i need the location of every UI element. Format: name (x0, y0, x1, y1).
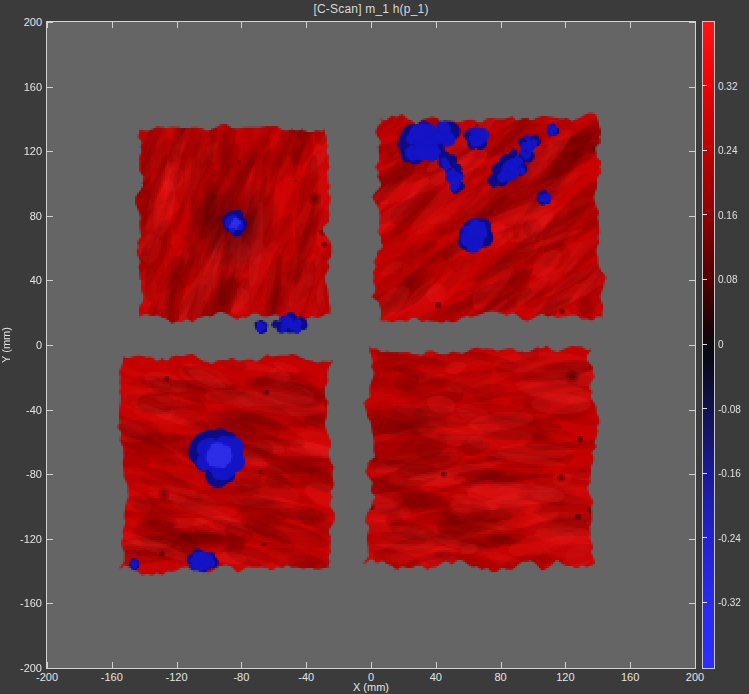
colorbar-tick-label: 0.32 (718, 81, 737, 92)
axis-tick-mark (112, 22, 113, 28)
axis-tick-mark (565, 22, 566, 28)
colorbar (702, 21, 715, 669)
axis-tick-mark (47, 22, 48, 28)
y-axis-label: Y (mm) (0, 315, 12, 375)
axis-tick-mark (630, 662, 631, 668)
colorbar-tick-label: -0.08 (718, 404, 741, 415)
axis-tick-mark (177, 22, 178, 28)
y-tick-label: 200 (2, 16, 42, 28)
axis-tick-mark (47, 668, 53, 669)
axis-tick-mark (689, 539, 695, 540)
colorbar-tick-mark (702, 214, 707, 215)
plot-area (46, 21, 696, 669)
plot-title: [C-Scan] m_1 h(p_1) (47, 2, 695, 18)
axis-tick-mark (689, 87, 695, 88)
c-scan-heatmap-canvas[interactable] (47, 22, 695, 668)
axis-tick-mark (565, 662, 566, 668)
y-tick-label: -200 (2, 662, 42, 674)
colorbar-tick-mark (702, 344, 707, 345)
axis-tick-mark (689, 345, 695, 346)
y-tick-label: -80 (2, 468, 42, 480)
axis-tick-mark (501, 22, 502, 28)
axis-tick-mark (689, 603, 695, 604)
y-tick-label: 40 (2, 274, 42, 286)
axis-tick-mark (689, 280, 695, 281)
colorbar-tick-label: 0.16 (718, 210, 737, 221)
axis-tick-mark (306, 662, 307, 668)
axis-tick-mark (47, 539, 53, 540)
axis-tick-mark (47, 345, 53, 346)
axis-tick-mark (112, 662, 113, 668)
axis-tick-mark (306, 22, 307, 28)
y-tick-label: 120 (2, 145, 42, 157)
colorbar-tick-mark (702, 408, 707, 409)
y-tick-label: 80 (2, 210, 42, 222)
colorbar-tick-mark (702, 150, 707, 151)
axis-tick-mark (47, 22, 53, 23)
axis-tick-mark (689, 22, 695, 23)
axis-tick-mark (371, 22, 372, 28)
colorbar-tick-label: 0 (718, 339, 724, 350)
axis-tick-mark (47, 410, 53, 411)
axis-tick-mark (436, 662, 437, 668)
axis-tick-mark (695, 22, 696, 28)
y-tick-label: -120 (2, 533, 42, 545)
axis-tick-mark (689, 151, 695, 152)
colorbar-tick-label: -0.32 (718, 597, 741, 608)
colorbar-tick-mark (702, 279, 707, 280)
colorbar-tick-mark (702, 602, 707, 603)
axis-tick-mark (689, 216, 695, 217)
axis-tick-mark (501, 662, 502, 668)
colorbar-tick-label: -0.16 (718, 468, 741, 479)
axis-tick-mark (689, 668, 695, 669)
axis-tick-mark (47, 151, 53, 152)
colorbar-gradient (703, 22, 714, 668)
axis-tick-mark (241, 22, 242, 28)
axis-tick-mark (689, 474, 695, 475)
c-scan-figure-window: [C-Scan] m_1 h(p_1) -200-160-120-80-4004… (0, 0, 749, 694)
y-tick-label: -160 (2, 597, 42, 609)
colorbar-tick-mark (702, 85, 707, 86)
axis-tick-mark (47, 87, 53, 88)
axis-tick-mark (47, 216, 53, 217)
axis-tick-mark (241, 662, 242, 668)
axis-tick-mark (436, 22, 437, 28)
colorbar-tick-label: 0.08 (718, 274, 737, 285)
colorbar-tick-mark (702, 473, 707, 474)
colorbar-tick-mark (702, 537, 707, 538)
axis-tick-mark (47, 280, 53, 281)
y-tick-label: 160 (2, 81, 42, 93)
axis-tick-mark (47, 603, 53, 604)
axis-tick-mark (630, 22, 631, 28)
x-axis-label: X (mm) (47, 681, 695, 693)
axis-tick-mark (177, 662, 178, 668)
y-tick-label: -40 (2, 404, 42, 416)
axis-tick-mark (47, 474, 53, 475)
axis-tick-mark (371, 662, 372, 668)
colorbar-tick-label: 0.24 (718, 145, 737, 156)
axis-tick-mark (689, 410, 695, 411)
colorbar-tick-label: -0.24 (718, 533, 741, 544)
